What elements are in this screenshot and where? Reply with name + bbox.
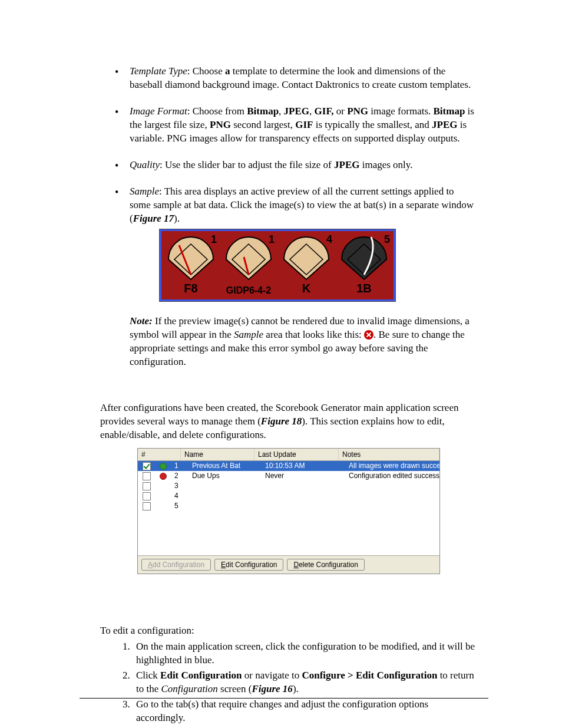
table-body: 1Previous At Bat10:10:53 AMAll images we… [138, 461, 439, 555]
bullet-template-type: Template Type: Choose a template to dete… [100, 65, 477, 92]
row-checkbox[interactable] [143, 492, 151, 500]
cell-number: 4 [171, 491, 189, 500]
bullet-image-format: Image Format: Choose from Bitmap, JPEG, … [100, 105, 477, 146]
figure-config-list: # Name Last Update Notes 1Previous At Ba… [137, 448, 440, 574]
step-2: Click Edit Configuration or navigate to … [133, 669, 477, 696]
preview-cell[interactable]: 1GIDP6-4-2 [220, 232, 277, 298]
option-list: Template Type: Choose a template to dete… [100, 65, 477, 302]
col-header-notes[interactable]: Notes [339, 449, 439, 460]
add-configuration-button[interactable]: Add Configuration [141, 559, 211, 571]
option-title: Template Type [130, 65, 187, 77]
row-checkbox[interactable] [143, 502, 151, 510]
bullet-quality: Quality: Use the slider bar to adjust th… [100, 159, 477, 172]
table-row[interactable]: 3 [138, 481, 439, 491]
col-header-number[interactable]: # [138, 449, 181, 460]
option-title: Image Format [130, 106, 187, 117]
cell-label: GIDP6-4-2 [226, 284, 271, 297]
preview-cell[interactable]: 4K [278, 232, 335, 298]
cell-label: F8 [184, 281, 197, 297]
col-header-name[interactable]: Name [181, 449, 254, 460]
error-icon [364, 330, 373, 340]
cell-notes: Configuration edited successfully. [345, 471, 439, 480]
status-led-icon [160, 463, 167, 470]
cell-last-update: 10:10:53 AM [262, 461, 345, 470]
step-3: Go to the tab(s) that require changes an… [133, 698, 477, 725]
edit-configuration-button[interactable]: Edit Configuration [214, 559, 283, 571]
bullet-sample: Sample: This area displays an active pre… [100, 185, 477, 302]
dialog-button-bar: Add Configuration Edit Configuration Del… [138, 555, 439, 574]
status-led-icon [160, 473, 167, 480]
cell-notes: All images were drawn successfully. [345, 461, 439, 470]
delete-configuration-button[interactable]: Delete Configuration [287, 559, 364, 571]
option-title: Quality [130, 159, 160, 170]
option-title: Sample [130, 186, 159, 197]
cell-label: 1B [356, 281, 372, 297]
cell-number: 2 [171, 471, 189, 480]
step-1: On the main application screen, click th… [133, 640, 477, 667]
cell-name: Due Ups [189, 471, 262, 480]
cell-number: 1 [211, 232, 217, 246]
table-row[interactable]: 1Previous At Bat10:10:53 AMAll images we… [138, 461, 439, 471]
cell-number: 3 [171, 481, 189, 490]
manage-configs-paragraph: After configurations have been created, … [100, 401, 477, 442]
page-footer-rule [80, 698, 488, 699]
preview-cell[interactable]: 1F8 [163, 232, 219, 298]
steps-heading: To edit a configuration: [100, 624, 477, 638]
table-row[interactable]: 4 [138, 491, 439, 501]
col-header-last-update[interactable]: Last Update [254, 449, 339, 460]
cell-number: 5 [384, 232, 390, 246]
preview-cell[interactable]: 51B [336, 232, 392, 298]
steps-list: On the main application screen, click th… [100, 640, 477, 725]
cell-label: K [302, 281, 310, 297]
row-checkbox[interactable] [143, 472, 151, 480]
cell-number: 4 [326, 232, 332, 246]
table-row[interactable]: 2Due UpsNeverConfiguration edited succes… [138, 471, 439, 481]
table-row[interactable]: 5 [138, 501, 439, 511]
cell-number: 1 [269, 232, 275, 246]
note-paragraph: Note: If the preview image(s) cannot be … [130, 315, 477, 369]
cell-number: 1 [171, 461, 189, 470]
cell-name: Previous At Bat [189, 461, 262, 470]
cell-last-update: Never [262, 471, 345, 480]
table-header-row: # Name Last Update Notes [138, 449, 439, 461]
figure-sample-preview: 1F8 1GIDP6-4-2 4K 51B [159, 229, 396, 302]
row-checkbox[interactable] [143, 462, 151, 470]
cell-number: 5 [171, 501, 189, 510]
row-checkbox[interactable] [143, 482, 151, 490]
